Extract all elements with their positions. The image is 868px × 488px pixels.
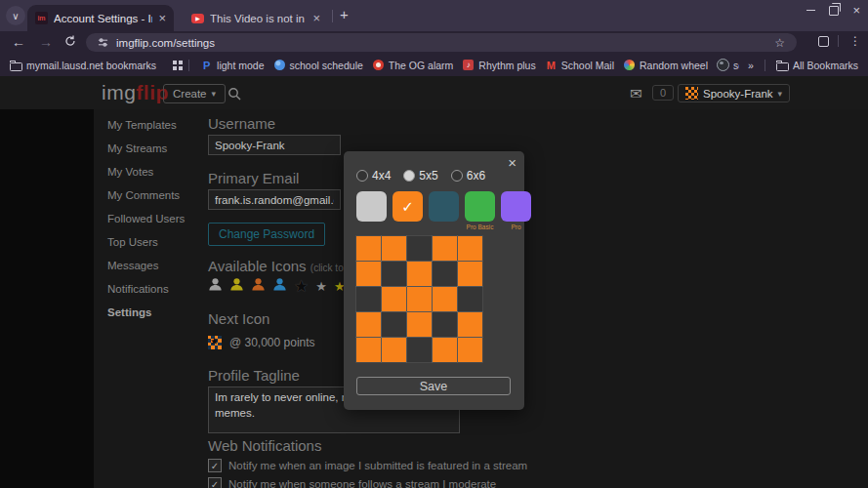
user-menu[interactable]: Spooky-Frank ▾ (678, 84, 790, 102)
search-icon[interactable] (227, 87, 241, 104)
pixel-cell-on[interactable] (356, 262, 381, 286)
tab-youtube-video[interactable]: ▶ This Video is not in Reverse. - Y × (184, 5, 328, 31)
bookmark-apps[interactable] (165, 59, 178, 71)
bookmark-some-dot-art-thing[interactable]: some dot art thing (717, 59, 739, 71)
username-input[interactable] (208, 135, 341, 155)
person-icon[interactable] (208, 277, 223, 296)
url-bar[interactable]: imgflip.com/settings ☆ (86, 33, 797, 52)
pixel-cell-off[interactable] (433, 312, 457, 337)
color-swatch[interactable] (501, 191, 531, 222)
pixel-cell-on[interactable] (433, 338, 457, 362)
url-text[interactable]: imgflip.com/settings (116, 37, 766, 49)
star-icon[interactable]: ★ (315, 280, 327, 293)
bookmark-school-schedule[interactable]: school schedule (273, 59, 363, 71)
bookmark-light-mode[interactable]: Plight mode (200, 59, 264, 71)
email-input[interactable] (208, 189, 341, 210)
pixel-cell-off[interactable] (407, 236, 432, 261)
all-bookmarks-button[interactable]: All Bookmarks (776, 59, 858, 71)
pixel-cell-on[interactable] (382, 236, 406, 261)
bookmark-rhythm-plus[interactable]: ♪Rhythm plus (462, 59, 535, 71)
new-tab-button[interactable]: + (340, 6, 349, 22)
notification-count-badge[interactable]: 0 (652, 85, 674, 101)
tab-account-settings[interactable]: im Account Settings - Imgflip × (27, 5, 174, 31)
forward-icon[interactable]: → (39, 35, 53, 49)
window-close-icon[interactable]: × (852, 4, 860, 17)
size-option-6x6[interactable]: 6x6 (451, 169, 485, 183)
minimize-icon[interactable] (806, 10, 815, 12)
sidebar-item-my-templates[interactable]: My Templates (107, 113, 205, 137)
save-button[interactable]: Save (356, 377, 511, 395)
person-icon[interactable] (229, 277, 244, 296)
bookmark-school-mail[interactable]: MSchool Mail (545, 59, 614, 71)
sidebar-item-settings[interactable]: Settings (107, 301, 205, 324)
color-swatch[interactable] (465, 191, 495, 222)
notification-option: ✓Notify me when someone follows a stream… (208, 477, 618, 488)
checkbox[interactable]: ✓ (208, 477, 222, 488)
sidebar-item-notifications[interactable]: Notifications (107, 277, 205, 301)
web-notifications-list: ✓Notify me when an image I submitted is … (208, 459, 618, 488)
create-button[interactable]: Create ▾ (163, 84, 226, 103)
sidebar-item-my-comments[interactable]: My Comments (107, 183, 205, 207)
color-swatch[interactable] (356, 191, 387, 222)
radio-icon[interactable] (356, 170, 368, 182)
pixel-cell-on[interactable] (433, 287, 457, 311)
color-swatch[interactable] (429, 191, 459, 222)
pixel-cell-off[interactable] (356, 287, 381, 311)
browser-menu-icon[interactable]: ⋮ (849, 34, 861, 48)
sidebar-item-followed-users[interactable]: Followed Users (107, 207, 205, 230)
pixel-cell-on[interactable] (433, 236, 457, 261)
bookmarks-overflow-icon[interactable]: » (748, 60, 754, 71)
sidebar-item-my-streams[interactable]: My Streams (107, 137, 205, 160)
pixel-cell-on[interactable] (407, 312, 432, 337)
pixel-cell-off[interactable] (382, 262, 406, 286)
pixel-cell-off[interactable] (433, 262, 457, 286)
sidebar-item-top-users[interactable]: Top Users (107, 230, 205, 254)
modal-close-icon[interactable]: × (508, 154, 517, 171)
pixel-cell-off[interactable] (407, 338, 432, 362)
tab-search-icon[interactable]: ∨ (6, 6, 25, 25)
pixel-cell-on[interactable] (458, 236, 482, 261)
sidebar-item-messages[interactable]: Messages (107, 254, 205, 277)
pixel-cell-off[interactable] (458, 287, 482, 311)
pixel-cell-on[interactable] (458, 338, 482, 362)
bookmark-the-og-alarm[interactable]: The OG alarm (372, 59, 454, 71)
bookmark-random-wheel[interactable]: Random wheel (623, 59, 708, 71)
wheel-icon (624, 60, 635, 70)
tab-close-icon[interactable]: × (158, 12, 166, 24)
grid-size-options: 4x45x56x6 (356, 169, 485, 183)
pixel-cell-on[interactable] (382, 287, 406, 311)
star-icon[interactable]: ★ (294, 278, 309, 295)
apps-icon (173, 61, 177, 64)
back-icon[interactable]: ← (12, 35, 25, 49)
sidebar-item-my-votes[interactable]: My Votes (107, 160, 205, 183)
tab-close-icon[interactable]: × (312, 12, 320, 24)
pixel-cell-on[interactable] (356, 338, 381, 362)
person-icon[interactable] (272, 277, 287, 296)
person-icon[interactable] (251, 277, 266, 296)
radio-icon[interactable] (451, 170, 463, 182)
size-option-5x5[interactable]: 5x5 (403, 169, 437, 183)
checkbox[interactable]: ✓ (208, 459, 222, 472)
pixel-cell-on[interactable] (382, 338, 406, 362)
pixel-cell-on[interactable] (407, 287, 432, 311)
bookmark-mymail-lausd-net-bookmarks[interactable]: mymail.lausd.net bookmarks (10, 59, 156, 71)
bookmark-star-icon[interactable]: ☆ (774, 36, 785, 50)
color-swatch[interactable]: ✓ (393, 191, 423, 222)
extensions-icon[interactable] (818, 36, 829, 47)
pixel-cell-on[interactable] (458, 312, 482, 337)
pixel-cell-on[interactable] (458, 262, 482, 286)
size-option-4x4[interactable]: 4x4 (356, 169, 391, 183)
radio-icon[interactable] (403, 170, 415, 182)
reload-icon[interactable] (64, 35, 76, 49)
pixel-cell-on[interactable] (407, 262, 432, 286)
site-settings-icon[interactable] (98, 34, 108, 52)
change-password-button[interactable]: Change Password (208, 223, 325, 246)
swatch-wrap (356, 191, 387, 222)
restore-icon[interactable] (829, 6, 839, 16)
pixel-cell-off[interactable] (382, 312, 406, 337)
color-swatch-row: ✓Pro BasicPro (356, 191, 531, 222)
pixel-cell-on[interactable] (356, 312, 381, 337)
messages-envelope-icon[interactable]: ✉ (630, 85, 642, 102)
imgflip-logo[interactable]: imgflip (102, 81, 169, 104)
pixel-cell-on[interactable] (356, 236, 381, 261)
